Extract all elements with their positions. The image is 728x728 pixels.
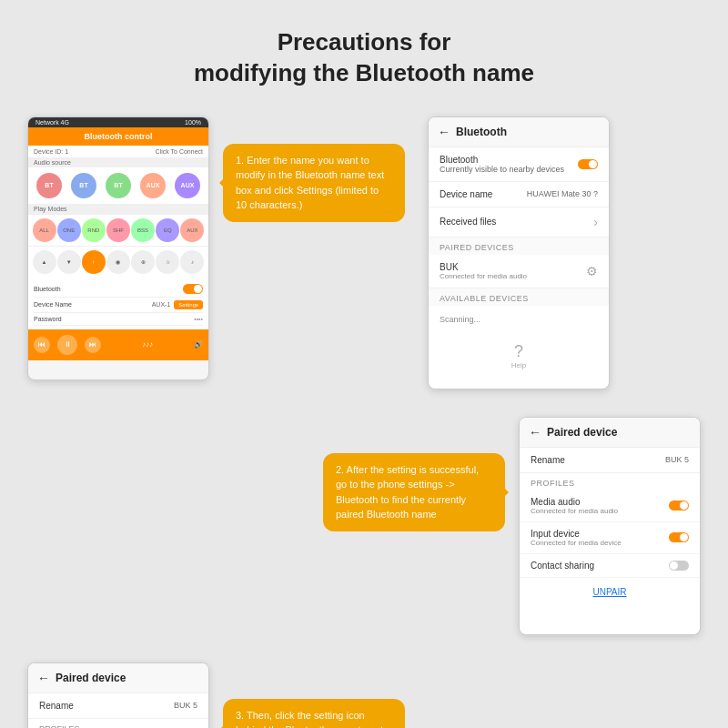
mode2-5[interactable]: ⊕ [131,250,155,274]
mode-shuffle[interactable]: SHF [106,218,130,242]
paired-screen-header: ← Paired device [520,418,700,448]
bt-toggle-label: Bluetooth [34,286,61,292]
paired2-profiles-text: PROFILES [39,724,80,728]
settings-row-device-name: Device Name AUX-1 Settings [34,298,203,313]
paired2-rename-label: Rename [39,701,74,711]
settings-row-password: Password •••• [34,313,203,326]
mode-all[interactable]: ALL [33,218,56,242]
callout3-wrap: 3. Then, click the setting icon behind t… [223,662,405,728]
paired-screen2-wrap: ← Paired device Rename BUK 5 PROFILES Me… [27,662,209,728]
page-title: Precautions for modifying the Bluetooth … [194,27,534,89]
next-btn[interactable]: ⏭ [85,337,101,353]
profiles-header-text: PROFILES [531,479,575,488]
audio-icon-aux2[interactable]: AUX [175,173,200,198]
bt-paired-gear-icon[interactable]: ⚙ [586,264,598,278]
profile2-name: Input device [531,529,622,539]
bt-help-label: Help [511,361,526,369]
bt-device-name-row: Device name HUAWEI Mate 30 ? [429,182,609,207]
bt-toggle-label: Bluetooth [440,155,564,165]
bt-device-name-value: HUAWEI Mate 30 ? [527,189,598,198]
mode2-3[interactable]: ↑ [82,250,106,274]
callout-step3: 3. Then, click the setting icon behind t… [223,699,405,728]
bt-back-arrow-icon[interactable]: ← [438,125,450,139]
bt-master-toggle[interactable] [578,159,598,169]
profile1-status: Connected for media audio [531,507,618,515]
profile2-info: Input device Connected for media device [531,529,622,547]
paired-phone-screen: ← Paired device Rename BUK 5 PROFILES Me… [519,417,701,635]
callout1-wrap: 1. Enter the name you want to modify in … [223,116,405,222]
profile1-toggle[interactable] [669,500,689,511]
device-name-value: AUX-1 [152,301,171,308]
audio-icon-aux1[interactable]: AUX [140,173,166,198]
settings-row-bluetooth: Bluetooth [34,281,203,298]
profile2-toggle[interactable] [669,532,689,542]
paired-back-icon[interactable]: ← [529,425,541,440]
callout-step1: 1. Enter the name you want to modify in … [223,144,405,222]
audio-icon-bt2[interactable]: BT [71,173,96,198]
mode-one[interactable]: ONE [57,218,81,242]
mode-bass[interactable]: BSS [131,218,155,242]
paired2-rename-value: BUK 5 [174,701,197,710]
paired-phone-screen2: ← Paired device Rename BUK 5 PROFILES Me… [27,662,209,728]
unpair-button-wrap: UNPAIR [520,578,700,606]
paired2-rename-row: Rename BUK 5 [28,693,208,719]
play-modes-row2: ▲ ▼ ↑ ◉ ⊕ ☆ ♪ [28,246,208,278]
mode2-1[interactable]: ▲ [33,250,56,274]
mode-eq[interactable]: EQ [156,218,179,242]
callout3-text: 3. Then, click the setting icon behind t… [236,710,392,728]
profile-contact-sharing-row: Contact sharing [520,554,700,578]
mode-aux[interactable]: AUX [180,218,204,242]
title-line1: Precautions for [278,28,451,56]
profile2-status: Connected for media device [531,539,622,547]
section1: Network 4G 100% Bluetooth control Device… [27,116,701,389]
profile3-toggle[interactable] [669,561,689,571]
mode2-4[interactable]: ◉ [106,250,130,274]
bt-received-chevron: › [593,215,598,229]
aux1-label: AUX [147,182,160,188]
app-status-bar: Network 4G 100% [28,117,208,127]
prev-btn[interactable]: ⏮ [34,337,50,353]
app-settings-rows: Bluetooth Device Name AUX-1 Settings Pas… [28,278,208,329]
paired-screen-wrap: ← Paired device Rename BUK 5 PROFILES Me… [519,417,701,635]
bt-scanning-label: Scanning... [440,315,480,324]
bt-available-header: AVAILABLE DEVICES [429,288,609,306]
bt-footer: ? Help [429,333,609,379]
play-modes-label: Play Modes [28,204,208,214]
password-label: Password [34,316,62,322]
profile-input-device-row: Input device Connected for media device [520,522,700,554]
audio-icons-row: BT BT BT AUX AUX [28,167,208,204]
bt-device-name-label: Device name [440,189,492,199]
paired2-header: ← Paired device [28,663,208,693]
paired2-title: Paired device [56,672,126,684]
bt-help-icon[interactable]: ? [514,342,523,361]
paired-screen-title: Paired device [547,426,617,439]
audio-source-label: Audio source [28,157,208,167]
paired-rename-row: Rename BUK 5 [520,448,700,473]
profile1-name: Media audio [531,497,618,507]
audio-icon-bt1[interactable]: BT [36,173,62,198]
status-right: 100% [185,119,201,126]
audio-icon-bt3[interactable]: BT [106,173,131,198]
bt2-label: BT [79,182,87,188]
unpair-button[interactable]: UNPAIR [592,587,626,597]
paired-rename-label: Rename [531,455,565,465]
bluetooth-toggle[interactable] [183,284,203,294]
pause-btn[interactable]: ⏸ [57,335,77,355]
app-header-text: Bluetooth control [85,132,153,141]
bt-scanning-text: Scanning... [429,306,609,333]
mode2-2[interactable]: ▼ [57,250,81,274]
volume-icon: 🔊 [194,340,203,349]
bt3-label: BT [114,182,122,188]
aux2-label: AUX [181,182,195,188]
section3: ← Paired device Rename BUK 5 PROFILES Me… [27,662,701,728]
play-modes-row1: ALL ONE RND SHF BSS EQ AUX [28,214,208,246]
settings-btn[interactable]: Settings [174,300,203,309]
mode-random[interactable]: RND [82,218,106,242]
title-line2: modifying the Bluetooth name [194,59,534,86]
paired2-back-icon[interactable]: ← [37,671,50,685]
bt-paired-header: PAIRED DEVICES [429,238,609,255]
mode2-7[interactable]: ♪ [180,250,204,274]
page-container: Precautions for modifying the Bluetooth … [0,0,728,728]
profile3-info: Contact sharing [531,561,594,571]
mode2-6[interactable]: ☆ [156,250,179,274]
